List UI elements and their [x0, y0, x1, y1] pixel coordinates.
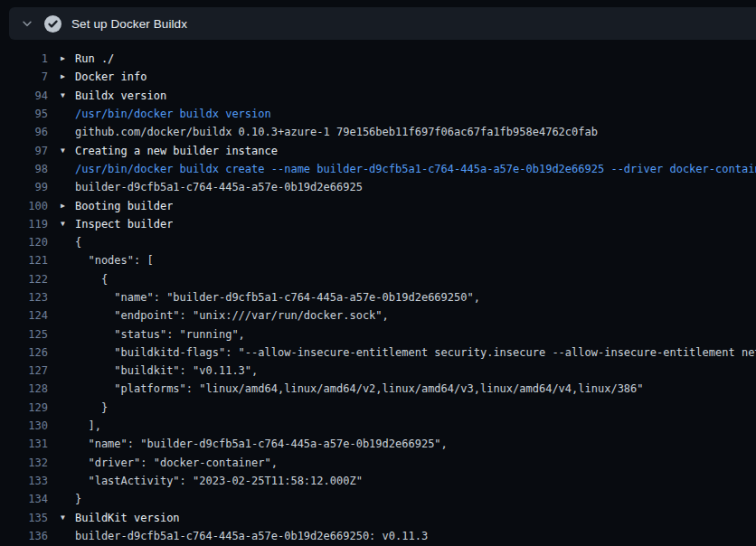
log-line[interactable]: 1▶Run ./ [0, 50, 756, 68]
line-number[interactable]: 124 [0, 309, 48, 322]
log-line: 98/usr/bin/docker buildx create --name b… [0, 160, 756, 178]
log-text: Inspect builder [75, 218, 173, 231]
line-number[interactable]: 1 [0, 52, 48, 65]
log-text: } [75, 493, 81, 505]
line-number[interactable]: 130 [0, 419, 48, 432]
log-text: "name": "builder-d9cfb5a1-c764-445a-a57e… [75, 438, 448, 450]
log-text: builder-d9cfb5a1-c764-445a-a57e-0b19d2e6… [75, 530, 428, 542]
check-circle-glyph [44, 15, 61, 33]
log-lines: 1▶Run ./7▶Docker info94▼Buildx version95… [0, 50, 756, 546]
log-text: "lastActivity": "2023-02-25T11:58:12.000… [75, 475, 363, 487]
log-text: "platforms": "linux/amd64,linux/amd64/v2… [75, 382, 644, 395]
group-collapsed-icon[interactable]: ▶ [61, 73, 75, 80]
check-circle-icon [44, 15, 61, 33]
step-title: Set up Docker Buildx [71, 17, 187, 31]
group-expanded-icon[interactable]: ▼ [61, 514, 75, 522]
line-number[interactable]: 100 [0, 200, 48, 212]
line-number[interactable]: 126 [0, 346, 48, 359]
line-number[interactable]: 135 [0, 512, 48, 524]
log-line[interactable]: 97▼Creating a new builder instance [0, 141, 756, 159]
group-collapsed-icon[interactable]: ▶ [61, 202, 75, 210]
log-line: 125 "status": "running", [0, 325, 756, 343]
line-number[interactable]: 127 [0, 364, 48, 377]
group-expanded-icon[interactable]: ▼ [61, 221, 75, 228]
log-line: 127 "buildkit": "v0.11.3", [0, 362, 756, 380]
line-number[interactable]: 128 [0, 382, 48, 395]
line-number[interactable]: 98 [0, 163, 48, 175]
line-number[interactable]: 96 [0, 126, 48, 138]
line-number[interactable]: 99 [0, 181, 48, 193]
log-line: 124 "endpoint": "unix:///var/run/docker.… [0, 306, 756, 325]
log-text: "driver": "docker-container", [75, 457, 278, 469]
log-text: Docker info [75, 71, 146, 83]
log-line: 132 "driver": "docker-container", [0, 454, 756, 472]
log-text: ], [75, 419, 101, 432]
log-text: { [75, 273, 108, 286]
line-number[interactable]: 125 [0, 328, 48, 341]
log-line: 136builder-d9cfb5a1-c764-445a-a57e-0b19d… [0, 527, 756, 545]
line-number[interactable]: 133 [0, 475, 48, 487]
log-text: { [75, 236, 81, 249]
log-line: 129 } [0, 399, 756, 417]
group-expanded-icon[interactable]: ▼ [61, 92, 75, 99]
line-number[interactable]: 94 [0, 89, 48, 102]
log-line[interactable]: 94▼Buildx version [0, 87, 756, 105]
log-line: 134} [0, 490, 756, 508]
log-text: "buildkitd-flags": "--allow-insecure-ent… [75, 346, 756, 359]
log-line: 95/usr/bin/docker buildx version [0, 105, 756, 123]
line-number[interactable]: 120 [0, 236, 48, 249]
chevron-down-icon[interactable] [17, 14, 37, 33]
line-number[interactable]: 119 [0, 218, 48, 231]
log-line: 131 "name": "builder-d9cfb5a1-c764-445a-… [0, 435, 756, 453]
line-number[interactable]: 129 [0, 401, 48, 414]
line-number[interactable]: 7 [0, 71, 48, 83]
group-expanded-icon[interactable]: ▼ [61, 147, 75, 155]
log-text: "endpoint": "unix:///var/run/docker.sock… [75, 309, 389, 322]
log-line[interactable]: 100▶Booting builder [0, 196, 756, 214]
log-text: Creating a new builder instance [75, 145, 278, 157]
log-text: Buildx version [75, 89, 166, 102]
log-line: 133 "lastActivity": "2023-02-25T11:58:12… [0, 472, 756, 490]
log-text: "nodes": [ [75, 254, 154, 267]
log-text: /usr/bin/docker buildx version [75, 108, 271, 120]
log-text: Booting builder [75, 200, 173, 212]
line-number[interactable]: 132 [0, 457, 48, 469]
log-line: 99builder-d9cfb5a1-c764-445a-a57e-0b19d2… [0, 178, 756, 196]
line-number[interactable]: 97 [0, 145, 48, 157]
log-line[interactable]: 135▼BuildKit version [0, 508, 756, 526]
line-number[interactable]: 95 [0, 108, 48, 120]
log-text: /usr/bin/docker buildx create --name bui… [75, 163, 756, 175]
line-number[interactable]: 121 [0, 254, 48, 267]
log-line[interactable]: 119▼Inspect builder [0, 215, 756, 233]
line-number[interactable]: 134 [0, 493, 48, 505]
log-line: 121 "nodes": [ [0, 251, 756, 269]
line-number[interactable]: 123 [0, 291, 48, 304]
log-text: Run ./ [75, 52, 114, 65]
log-text: "status": "running", [75, 328, 245, 341]
log-line: 123 "name": "builder-d9cfb5a1-c764-445a-… [0, 288, 756, 306]
log-line: 130 ], [0, 417, 756, 435]
log-text: } [75, 401, 108, 414]
log-text: "name": "builder-d9cfb5a1-c764-445a-a57e… [75, 291, 480, 304]
log-text: github.com/docker/buildx 0.10.3+azure-1 … [75, 126, 598, 138]
line-number[interactable]: 131 [0, 438, 48, 450]
group-collapsed-icon[interactable]: ▶ [61, 55, 75, 62]
log-line[interactable]: 7▶Docker info [0, 68, 756, 86]
log-text: builder-d9cfb5a1-c764-445a-a57e-0b19d2e6… [75, 181, 363, 193]
log-line: 126 "buildkitd-flags": "--allow-insecure… [0, 344, 756, 362]
log-line: 96github.com/docker/buildx 0.10.3+azure-… [0, 123, 756, 141]
line-number[interactable]: 122 [0, 273, 48, 286]
log-text: "buildkit": "v0.11.3", [75, 364, 258, 377]
line-number[interactable]: 136 [0, 530, 48, 542]
log-line: 128 "platforms": "linux/amd64,linux/amd6… [0, 380, 756, 398]
log-line: 120{ [0, 233, 756, 251]
log-line: 122 { [0, 270, 756, 288]
step-header[interactable]: Set up Docker Buildx [9, 7, 756, 40]
chevron-down-glyph [21, 17, 33, 30]
log-text: BuildKit version [75, 512, 180, 524]
